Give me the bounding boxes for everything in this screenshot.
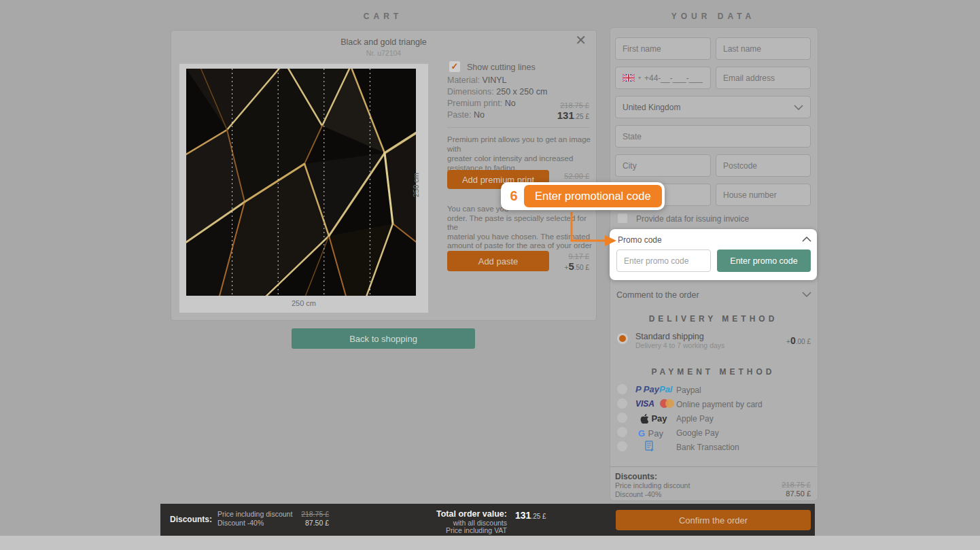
- step-label: Enter promotional code: [524, 185, 662, 207]
- item-price-old: 218.75 £: [447, 101, 589, 109]
- payment-row-googlepay[interactable]: G Pay Google Pay: [610, 426, 817, 440]
- item-price-block: 218.75 £ 131.25 £: [447, 101, 589, 122]
- product-name: Black and gold triangle: [171, 37, 596, 47]
- close-icon[interactable]: ✕: [575, 32, 587, 48]
- cart-section-title: CART: [171, 12, 595, 21]
- applepay-radio[interactable]: [617, 413, 627, 423]
- image-width-label: 250 cm: [179, 299, 428, 307]
- checkout-page: CART Black and gold triangle Nr. u72104 …: [0, 0, 980, 550]
- invoice-checkbox-label: Provide data for issuing invoice: [636, 214, 749, 224]
- uk-flag-icon: [623, 74, 635, 82]
- image-height-label: 250 cm: [412, 173, 420, 197]
- phone-field[interactable]: ▾ +44-__-___-___: [615, 67, 711, 89]
- enter-promo-code-button[interactable]: Enter promo code: [717, 250, 811, 272]
- confirm-order-button[interactable]: Confirm the order: [616, 510, 811, 530]
- city-field[interactable]: [615, 154, 711, 177]
- comment-row-label: Comment to the order: [616, 290, 699, 300]
- paypal-radio[interactable]: [617, 384, 627, 394]
- payment-row-applepay[interactable]: Pay Apple Pay: [610, 411, 817, 426]
- promo-code-label: Promo code: [618, 235, 662, 245]
- material-row: Material: VINYL: [447, 75, 507, 86]
- chevron-down-icon: [794, 105, 803, 110]
- radio-dot: [619, 335, 626, 342]
- total-order-label: Total order value:: [412, 509, 507, 519]
- your-data-section-title: YOUR DATA: [610, 12, 817, 21]
- shipping-price: +0.00 £: [714, 334, 811, 347]
- phone-placeholder: +44-__-___-___: [644, 73, 703, 83]
- product-image-frame: 250 cm 250 cm: [179, 63, 429, 313]
- order-summary-bar: Discounts: Price including discount Disc…: [160, 504, 815, 536]
- bank-transaction-icon: [645, 441, 654, 451]
- divider: [447, 127, 589, 128]
- panel-discounts-title: Discounts:: [615, 472, 657, 481]
- tutorial-step-annotation: 6 Enter promotional code: [501, 182, 665, 210]
- panel-price-new: 87.50 £: [714, 489, 811, 498]
- bar-price-new: 87.50 £: [290, 519, 329, 527]
- page-footer-strip: [0, 536, 980, 550]
- country-select[interactable]: United Kingdom: [615, 96, 811, 118]
- payment-method-title: PAYMENT METHOD: [610, 367, 817, 377]
- promo-code-section: Promo code Enter promo code: [610, 229, 817, 280]
- visa-logo: VISA: [635, 399, 654, 409]
- apple-pay-logo: Pay: [640, 412, 667, 424]
- panel-price-old: 218.75 £: [714, 481, 811, 489]
- mastercard-logo: [660, 399, 676, 408]
- dimensions-row: Dimensions: 250 x 250 cm: [447, 86, 547, 98]
- paypal-logo: P PayPal: [635, 384, 672, 394]
- chevron-up-icon[interactable]: [802, 237, 811, 242]
- total-sub2: Price including VAT: [412, 526, 507, 535]
- standard-shipping-radio[interactable]: [617, 333, 628, 344]
- premium-description: Premium print allows you to get an image…: [447, 135, 593, 173]
- cutting-lines-checkbox[interactable]: ✓: [449, 61, 461, 73]
- panel-discount-row1: Price including discount: [615, 481, 690, 489]
- postcode-field[interactable]: [716, 154, 811, 177]
- delivery-method-title: DELIVERY METHOD: [610, 314, 817, 324]
- comment-chevron-down-icon[interactable]: [802, 292, 811, 297]
- apple-icon: [640, 413, 648, 424]
- back-to-shopping-button[interactable]: Back to shopping: [292, 328, 475, 349]
- bar-price-old: 218.75 £: [290, 510, 329, 518]
- payment-row-card[interactable]: VISA Online payment by card: [610, 397, 817, 411]
- paste-price-block: 9.17 £ +5.50 £: [447, 252, 589, 273]
- state-field[interactable]: [615, 125, 811, 148]
- premium-price-old: 52.00 £: [447, 172, 589, 180]
- google-pay-logo: G Pay: [638, 427, 663, 439]
- shipping-option-desc: Delivery 4 to 7 working days: [635, 341, 724, 349]
- shipping-option-label: Standard shipping: [635, 332, 704, 341]
- country-value: United Kingdom: [623, 103, 680, 112]
- house-number-field[interactable]: [716, 184, 811, 206]
- cutting-lines-label: Show cutting lines: [467, 63, 536, 72]
- annotation-arrow: [563, 212, 620, 247]
- cart-item-card: Black and gold triangle Nr. u72104 ✕: [171, 30, 597, 321]
- product-image: [186, 69, 416, 296]
- bank-radio[interactable]: [617, 441, 627, 451]
- panel-discount-row2: Discount -40%: [615, 490, 661, 498]
- payment-row-paypal[interactable]: P PayPal Paypal: [610, 383, 817, 397]
- email-field[interactable]: [716, 67, 811, 89]
- first-name-field[interactable]: [615, 37, 711, 60]
- total-order-value: 131.25 £: [515, 509, 546, 521]
- product-number: Nr. u72104: [171, 49, 596, 57]
- flag-caret-icon: ▾: [638, 75, 641, 81]
- bar-discount-row2: Discount -40%: [217, 519, 264, 528]
- item-price: 131: [557, 109, 574, 121]
- step-number: 6: [504, 188, 524, 204]
- paste-price-old: 9.17 £: [447, 252, 589, 260]
- bar-discount-row1: Price including discount: [217, 510, 292, 519]
- bar-discounts-title: Discounts:: [170, 515, 212, 524]
- googlepay-radio[interactable]: [617, 427, 627, 437]
- card-radio[interactable]: [617, 398, 627, 409]
- payment-methods-list: P PayPal Paypal VISA Online payment by c…: [610, 383, 817, 454]
- promo-code-input[interactable]: [616, 250, 711, 272]
- last-name-field[interactable]: [716, 37, 811, 60]
- payment-row-bank[interactable]: Bank Transaction: [610, 440, 817, 454]
- divider: [610, 466, 817, 467]
